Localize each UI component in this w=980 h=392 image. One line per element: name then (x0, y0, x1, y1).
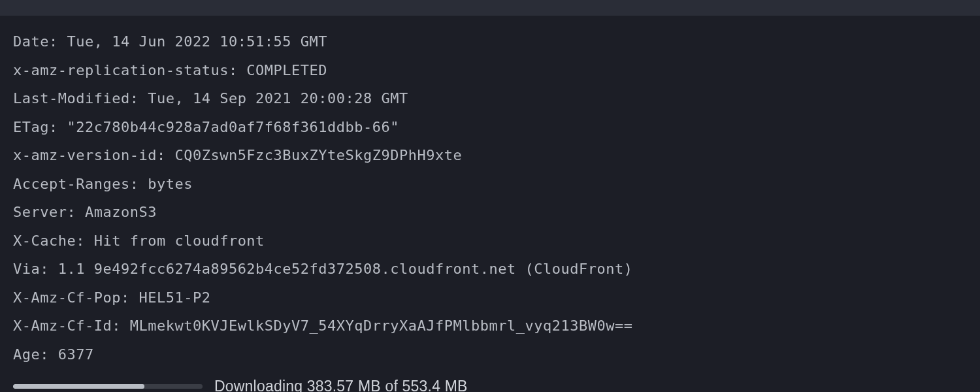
header-line: Last-Modified: Tue, 14 Sep 2021 20:00:28… (13, 84, 967, 113)
download-status-row: Downloading 383.57 MB of 553.4 MB (13, 372, 967, 392)
header-line: Date: Tue, 14 Jun 2022 10:51:55 GMT (13, 27, 967, 56)
header-line: X-Cache: Hit from cloudfront (13, 227, 967, 255)
terminal-output: Date: Tue, 14 Jun 2022 10:51:55 GMTx-amz… (0, 16, 980, 392)
window-top-bar (0, 0, 980, 16)
header-line: x-amz-version-id: CQ0Zswn5Fzc3BuxZYteSkg… (13, 141, 967, 170)
header-line: Accept-Ranges: bytes (13, 170, 967, 199)
download-status-text: Downloading 383.57 MB of 553.4 MB (214, 372, 468, 392)
progress-bar-fill (13, 384, 144, 389)
http-headers-block: Date: Tue, 14 Jun 2022 10:51:55 GMTx-amz… (13, 27, 967, 369)
header-line: ETag: "22c780b44c928a7ad0af7f68f361ddbb-… (13, 113, 967, 142)
header-line: Age: 6377 (13, 340, 967, 369)
header-line: X-Amz-Cf-Pop: HEL51-P2 (13, 284, 967, 312)
header-line: X-Amz-Cf-Id: MLmekwt0KVJEwlkSDyV7_54XYqD… (13, 312, 967, 340)
progress-bar (13, 384, 203, 389)
header-line: Via: 1.1 9e492fcc6274a89562b4ce52fd37250… (13, 255, 967, 284)
header-line: Server: AmazonS3 (13, 198, 967, 227)
header-line: x-amz-replication-status: COMPLETED (13, 56, 967, 85)
